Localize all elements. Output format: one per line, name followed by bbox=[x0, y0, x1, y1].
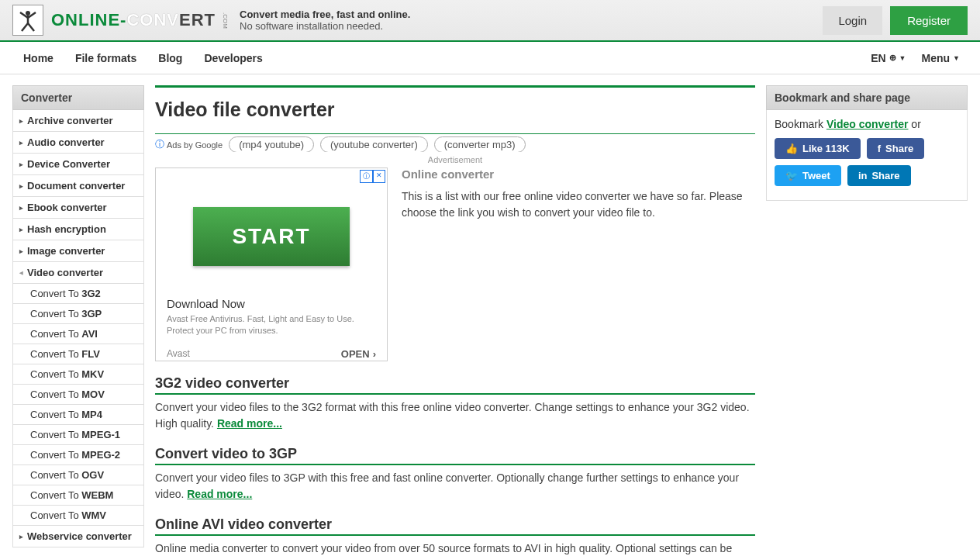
converter-description: Online media converter to convert your v… bbox=[155, 540, 755, 556]
sidebar-sub-item[interactable]: Convert To MPEG-2 bbox=[12, 445, 144, 465]
sidebar-sub-item[interactable]: Convert To FLV bbox=[12, 344, 144, 364]
ad-open-button[interactable]: OPEN › bbox=[341, 348, 376, 360]
converter-title[interactable]: Online AVI video converter bbox=[155, 516, 755, 536]
nav-file-formats[interactable]: File formats bbox=[64, 43, 147, 74]
navbar: Home File formats Blog Developers EN ⊕ ▼… bbox=[0, 42, 980, 74]
ad-link[interactable]: (converter mp3) bbox=[434, 136, 526, 152]
arrow-right-icon: ▸ bbox=[19, 161, 23, 168]
main-content: Video file converter ⓘAds by Google (mp4… bbox=[155, 85, 755, 556]
sidebar-item-hash[interactable]: ▸Hash encryption bbox=[12, 219, 144, 240]
sidebar-sub-item[interactable]: Convert To WEBM bbox=[12, 485, 144, 506]
converter-title[interactable]: Convert video to 3GP bbox=[155, 446, 755, 465]
ad-description: Avast Free Antivirus. Fast, Light and Ea… bbox=[167, 313, 376, 337]
chevron-down-icon: ▼ bbox=[953, 54, 960, 62]
ad-start-button[interactable]: START bbox=[193, 207, 349, 266]
menu-dropdown[interactable]: Menu ▼ bbox=[922, 52, 960, 64]
sidebar-item-device[interactable]: ▸Device Converter bbox=[12, 154, 144, 175]
converter-description: Convert your video files to the 3G2 form… bbox=[155, 399, 755, 432]
chevron-down-icon: ▼ bbox=[899, 54, 906, 62]
svg-line-5 bbox=[28, 23, 34, 31]
twitter-icon: 🐦 bbox=[785, 170, 798, 181]
logo-icon bbox=[12, 5, 43, 36]
sidebar-sub-item[interactable]: Convert To MPEG-1 bbox=[12, 425, 144, 445]
nav-blog[interactable]: Blog bbox=[147, 43, 193, 74]
ad-box[interactable]: ⓘ✕ START Download Now Avast Free Antivir… bbox=[155, 167, 388, 361]
globe-icon: ⊕ bbox=[889, 53, 896, 63]
read-more-link[interactable]: Read more... bbox=[187, 488, 252, 500]
sidebar-sub-item[interactable]: Convert To MP4 bbox=[12, 405, 144, 425]
language-selector[interactable]: EN ⊕ ▼ bbox=[871, 52, 906, 64]
read-more-link[interactable]: Read more... bbox=[217, 417, 282, 430]
logo-suffix: .COM bbox=[222, 12, 229, 29]
thumbs-up-icon: 👍 bbox=[785, 143, 798, 154]
svg-line-4 bbox=[22, 23, 28, 31]
converter-description: Convert your video files to 3GP with thi… bbox=[155, 470, 755, 502]
arrow-right-icon: ▸ bbox=[19, 247, 23, 255]
arrow-right-icon: ▸ bbox=[19, 226, 23, 233]
facebook-share-button[interactable]: fShare bbox=[867, 138, 924, 159]
sidebar-item-ebook[interactable]: ▸Ebook converter bbox=[12, 197, 144, 219]
sidebar-sub-item[interactable]: Convert To OGV bbox=[12, 465, 144, 485]
sidebar: Converter ▸Archive converter ▸Audio conv… bbox=[12, 85, 144, 547]
sidebar-header: Converter bbox=[12, 85, 144, 110]
sidebar-sub-item[interactable]: Convert To 3G2 bbox=[12, 284, 144, 304]
sidebar-sub-item[interactable]: Convert To 3GP bbox=[12, 304, 144, 324]
login-button[interactable]: Login bbox=[823, 6, 882, 35]
sidebar-sub-item[interactable]: Convert To AVI bbox=[12, 324, 144, 344]
arrow-right-icon: ▸ bbox=[19, 533, 23, 540]
ad-link[interactable]: (youtube converter) bbox=[320, 136, 428, 152]
sidebar-sub-item[interactable]: Convert To MOV bbox=[12, 385, 144, 405]
sidebar-item-video[interactable]: ▾Video converter bbox=[12, 262, 144, 284]
ads-by-google-label: ⓘAds by Google bbox=[155, 138, 223, 151]
intro-text: This is a list with our free online vide… bbox=[402, 188, 755, 221]
nav-developers[interactable]: Developers bbox=[193, 43, 273, 74]
header: ONLINE-CONVERT .COM Convert media free, … bbox=[0, 0, 980, 42]
sidebar-sub-item[interactable]: Convert To MKV bbox=[12, 364, 144, 385]
logo[interactable]: ONLINE-CONVERT .COM bbox=[12, 5, 229, 36]
arrow-right-icon: ▸ bbox=[19, 117, 23, 125]
intro-title: Online converter bbox=[402, 167, 755, 181]
arrow-right-icon: ▸ bbox=[19, 139, 23, 147]
nav-home[interactable]: Home bbox=[12, 43, 64, 74]
ad-badge: ⓘ✕ bbox=[360, 170, 385, 183]
linkedin-share-button[interactable]: inShare bbox=[847, 165, 911, 186]
sidebar-item-archive[interactable]: ▸Archive converter bbox=[12, 110, 144, 132]
arrow-right-icon: ▸ bbox=[19, 204, 23, 212]
ad-links-row: ⓘAds by Google (mp4 youtube) (youtube co… bbox=[155, 133, 755, 152]
sidebar-sub-item[interactable]: Convert To WMV bbox=[12, 506, 144, 526]
right-column: Bookmark and share page Bookmark Video c… bbox=[766, 85, 968, 201]
ad-brand: Avast bbox=[167, 348, 190, 359]
sidebar-item-audio[interactable]: ▸Audio converter bbox=[12, 132, 144, 154]
facebook-like-button[interactable]: 👍Like 113K bbox=[775, 138, 861, 159]
sidebar-item-document[interactable]: ▸Document converter bbox=[12, 175, 144, 197]
bookmark-header: Bookmark and share page bbox=[766, 85, 968, 110]
bookmark-line: Bookmark Video converter or bbox=[775, 118, 959, 130]
advertisement-label: Advertisement bbox=[155, 155, 755, 164]
page-title: Video file converter bbox=[155, 98, 755, 121]
chevron-right-icon: › bbox=[373, 348, 376, 360]
twitter-tweet-button[interactable]: 🐦Tweet bbox=[775, 165, 841, 186]
ad-link[interactable]: (mp4 youtube) bbox=[229, 136, 314, 152]
svg-point-0 bbox=[26, 11, 30, 16]
bookmark-link[interactable]: Video converter bbox=[826, 118, 909, 130]
sidebar-item-image[interactable]: ▸Image converter bbox=[12, 240, 144, 262]
tagline: Convert media free, fast and online. No … bbox=[240, 9, 410, 32]
linkedin-icon: in bbox=[858, 170, 868, 181]
arrow-down-icon: ▾ bbox=[18, 271, 26, 275]
logo-text: ONLINE-CONVERT bbox=[51, 10, 216, 30]
arrow-right-icon: ▸ bbox=[19, 182, 23, 190]
facebook-icon: f bbox=[878, 143, 881, 154]
sidebar-item-webservice[interactable]: ▸Webservice converter bbox=[12, 526, 144, 547]
register-button[interactable]: Register bbox=[890, 6, 968, 35]
ad-download-title: Download Now bbox=[167, 297, 376, 310]
info-icon: ⓘ bbox=[155, 138, 164, 151]
converter-title[interactable]: 3G2 video converter bbox=[155, 375, 755, 395]
